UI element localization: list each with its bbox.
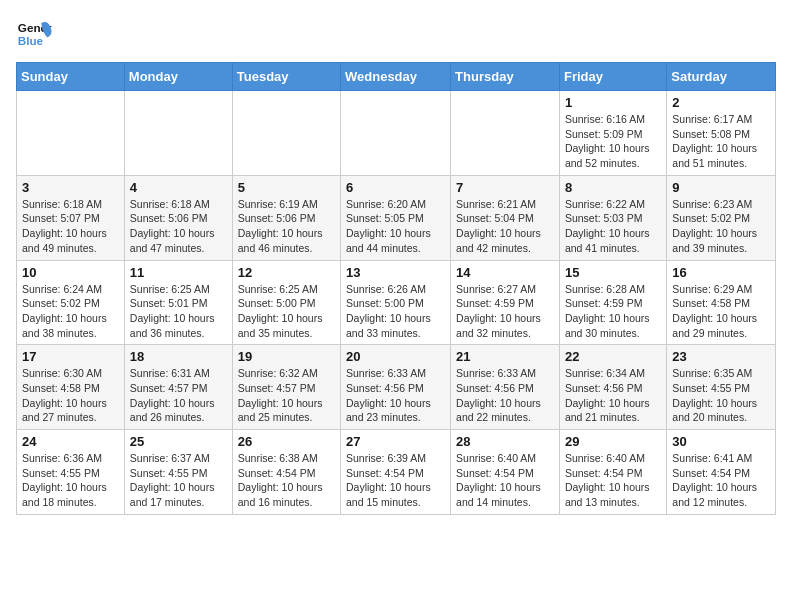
calendar-cell: 29Sunrise: 6:40 AM Sunset: 4:54 PM Dayli…: [559, 430, 666, 515]
day-info: Sunrise: 6:21 AM Sunset: 5:04 PM Dayligh…: [456, 197, 554, 256]
day-number: 10: [22, 265, 119, 280]
calendar-week-row: 10Sunrise: 6:24 AM Sunset: 5:02 PM Dayli…: [17, 260, 776, 345]
day-number: 12: [238, 265, 335, 280]
day-info: Sunrise: 6:31 AM Sunset: 4:57 PM Dayligh…: [130, 366, 227, 425]
day-number: 21: [456, 349, 554, 364]
calendar-week-row: 24Sunrise: 6:36 AM Sunset: 4:55 PM Dayli…: [17, 430, 776, 515]
day-info: Sunrise: 6:35 AM Sunset: 4:55 PM Dayligh…: [672, 366, 770, 425]
day-info: Sunrise: 6:33 AM Sunset: 4:56 PM Dayligh…: [456, 366, 554, 425]
day-number: 11: [130, 265, 227, 280]
day-number: 4: [130, 180, 227, 195]
day-info: Sunrise: 6:40 AM Sunset: 4:54 PM Dayligh…: [565, 451, 661, 510]
day-info: Sunrise: 6:25 AM Sunset: 5:00 PM Dayligh…: [238, 282, 335, 341]
day-number: 28: [456, 434, 554, 449]
day-number: 30: [672, 434, 770, 449]
day-info: Sunrise: 6:29 AM Sunset: 4:58 PM Dayligh…: [672, 282, 770, 341]
calendar-cell: [232, 91, 340, 176]
calendar-cell: 9Sunrise: 6:23 AM Sunset: 5:02 PM Daylig…: [667, 175, 776, 260]
day-number: 9: [672, 180, 770, 195]
calendar-cell: 1Sunrise: 6:16 AM Sunset: 5:09 PM Daylig…: [559, 91, 666, 176]
day-info: Sunrise: 6:33 AM Sunset: 4:56 PM Dayligh…: [346, 366, 445, 425]
day-number: 1: [565, 95, 661, 110]
day-number: 6: [346, 180, 445, 195]
day-info: Sunrise: 6:25 AM Sunset: 5:01 PM Dayligh…: [130, 282, 227, 341]
header-day: Tuesday: [232, 63, 340, 91]
day-info: Sunrise: 6:27 AM Sunset: 4:59 PM Dayligh…: [456, 282, 554, 341]
logo-icon: General Blue: [16, 16, 52, 52]
day-number: 5: [238, 180, 335, 195]
calendar-cell: 15Sunrise: 6:28 AM Sunset: 4:59 PM Dayli…: [559, 260, 666, 345]
day-info: Sunrise: 6:18 AM Sunset: 5:06 PM Dayligh…: [130, 197, 227, 256]
day-info: Sunrise: 6:30 AM Sunset: 4:58 PM Dayligh…: [22, 366, 119, 425]
header-day: Sunday: [17, 63, 125, 91]
calendar-cell: 2Sunrise: 6:17 AM Sunset: 5:08 PM Daylig…: [667, 91, 776, 176]
day-info: Sunrise: 6:26 AM Sunset: 5:00 PM Dayligh…: [346, 282, 445, 341]
day-info: Sunrise: 6:39 AM Sunset: 4:54 PM Dayligh…: [346, 451, 445, 510]
calendar-cell: [17, 91, 125, 176]
header-day: Saturday: [667, 63, 776, 91]
calendar-cell: 3Sunrise: 6:18 AM Sunset: 5:07 PM Daylig…: [17, 175, 125, 260]
calendar-cell: 28Sunrise: 6:40 AM Sunset: 4:54 PM Dayli…: [451, 430, 560, 515]
calendar-cell: [341, 91, 451, 176]
day-number: 14: [456, 265, 554, 280]
calendar-cell: 13Sunrise: 6:26 AM Sunset: 5:00 PM Dayli…: [341, 260, 451, 345]
day-info: Sunrise: 6:24 AM Sunset: 5:02 PM Dayligh…: [22, 282, 119, 341]
calendar-cell: 18Sunrise: 6:31 AM Sunset: 4:57 PM Dayli…: [124, 345, 232, 430]
day-info: Sunrise: 6:41 AM Sunset: 4:54 PM Dayligh…: [672, 451, 770, 510]
day-number: 17: [22, 349, 119, 364]
day-info: Sunrise: 6:22 AM Sunset: 5:03 PM Dayligh…: [565, 197, 661, 256]
calendar-cell: 6Sunrise: 6:20 AM Sunset: 5:05 PM Daylig…: [341, 175, 451, 260]
day-number: 27: [346, 434, 445, 449]
calendar-cell: [124, 91, 232, 176]
calendar-header-row: SundayMondayTuesdayWednesdayThursdayFrid…: [17, 63, 776, 91]
calendar-week-row: 1Sunrise: 6:16 AM Sunset: 5:09 PM Daylig…: [17, 91, 776, 176]
calendar-cell: 12Sunrise: 6:25 AM Sunset: 5:00 PM Dayli…: [232, 260, 340, 345]
day-number: 26: [238, 434, 335, 449]
calendar-cell: 7Sunrise: 6:21 AM Sunset: 5:04 PM Daylig…: [451, 175, 560, 260]
calendar-cell: 10Sunrise: 6:24 AM Sunset: 5:02 PM Dayli…: [17, 260, 125, 345]
day-number: 29: [565, 434, 661, 449]
day-info: Sunrise: 6:23 AM Sunset: 5:02 PM Dayligh…: [672, 197, 770, 256]
day-info: Sunrise: 6:19 AM Sunset: 5:06 PM Dayligh…: [238, 197, 335, 256]
day-info: Sunrise: 6:18 AM Sunset: 5:07 PM Dayligh…: [22, 197, 119, 256]
day-number: 3: [22, 180, 119, 195]
day-info: Sunrise: 6:38 AM Sunset: 4:54 PM Dayligh…: [238, 451, 335, 510]
day-number: 22: [565, 349, 661, 364]
day-number: 20: [346, 349, 445, 364]
day-number: 15: [565, 265, 661, 280]
day-info: Sunrise: 6:28 AM Sunset: 4:59 PM Dayligh…: [565, 282, 661, 341]
calendar-cell: 22Sunrise: 6:34 AM Sunset: 4:56 PM Dayli…: [559, 345, 666, 430]
calendar-cell: 14Sunrise: 6:27 AM Sunset: 4:59 PM Dayli…: [451, 260, 560, 345]
calendar-cell: 27Sunrise: 6:39 AM Sunset: 4:54 PM Dayli…: [341, 430, 451, 515]
calendar-cell: [451, 91, 560, 176]
calendar-cell: 4Sunrise: 6:18 AM Sunset: 5:06 PM Daylig…: [124, 175, 232, 260]
calendar-cell: 20Sunrise: 6:33 AM Sunset: 4:56 PM Dayli…: [341, 345, 451, 430]
calendar-cell: 23Sunrise: 6:35 AM Sunset: 4:55 PM Dayli…: [667, 345, 776, 430]
page-header: General Blue: [16, 16, 776, 52]
day-number: 18: [130, 349, 227, 364]
calendar-cell: 5Sunrise: 6:19 AM Sunset: 5:06 PM Daylig…: [232, 175, 340, 260]
header-day: Wednesday: [341, 63, 451, 91]
day-number: 8: [565, 180, 661, 195]
calendar-cell: 17Sunrise: 6:30 AM Sunset: 4:58 PM Dayli…: [17, 345, 125, 430]
day-info: Sunrise: 6:37 AM Sunset: 4:55 PM Dayligh…: [130, 451, 227, 510]
day-info: Sunrise: 6:17 AM Sunset: 5:08 PM Dayligh…: [672, 112, 770, 171]
header-day: Thursday: [451, 63, 560, 91]
calendar-cell: 8Sunrise: 6:22 AM Sunset: 5:03 PM Daylig…: [559, 175, 666, 260]
calendar-week-row: 17Sunrise: 6:30 AM Sunset: 4:58 PM Dayli…: [17, 345, 776, 430]
day-number: 19: [238, 349, 335, 364]
day-info: Sunrise: 6:40 AM Sunset: 4:54 PM Dayligh…: [456, 451, 554, 510]
day-number: 24: [22, 434, 119, 449]
day-number: 2: [672, 95, 770, 110]
calendar-cell: 11Sunrise: 6:25 AM Sunset: 5:01 PM Dayli…: [124, 260, 232, 345]
day-number: 23: [672, 349, 770, 364]
header-day: Monday: [124, 63, 232, 91]
calendar-cell: 26Sunrise: 6:38 AM Sunset: 4:54 PM Dayli…: [232, 430, 340, 515]
header-day: Friday: [559, 63, 666, 91]
day-number: 25: [130, 434, 227, 449]
calendar: SundayMondayTuesdayWednesdayThursdayFrid…: [16, 62, 776, 515]
day-info: Sunrise: 6:20 AM Sunset: 5:05 PM Dayligh…: [346, 197, 445, 256]
calendar-cell: 30Sunrise: 6:41 AM Sunset: 4:54 PM Dayli…: [667, 430, 776, 515]
day-number: 16: [672, 265, 770, 280]
calendar-cell: 25Sunrise: 6:37 AM Sunset: 4:55 PM Dayli…: [124, 430, 232, 515]
